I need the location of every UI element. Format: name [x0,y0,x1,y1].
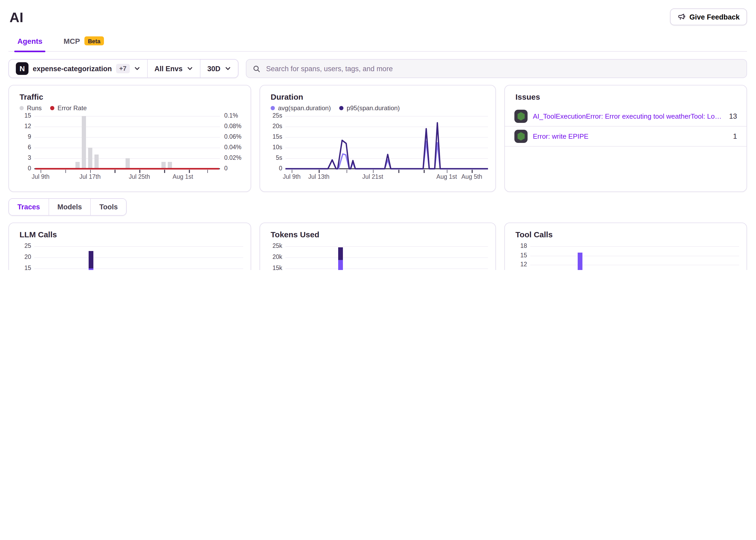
duration-chart: 05s10s15s20s25sJul 9thJul 13thJul 21stAu… [260,113,495,183]
issue-link[interactable]: AI_ToolExecutionError: Error executing t… [533,112,724,120]
issue-row: Error: write EPIPE1 [505,127,746,147]
p95-legend-label: p95(span.duration) [347,104,400,112]
y-axis-label: 3 [10,155,31,161]
gridline [285,246,488,247]
tokens-used-chart: 05k10k15k20k25kJul 9thJul 13thJul 21stAu… [260,243,495,270]
top-tab-bar: Agents MCP Beta [8,33,747,52]
y-axis-label: 25s [261,112,282,119]
give-feedback-button[interactable]: Give Feedback [670,8,747,25]
runs-legend-dot [20,106,24,110]
gridline [530,255,739,256]
y-axis-label: 15 [10,112,31,119]
chart-bar [338,247,343,260]
tool-calls-plot [530,246,739,270]
tab-tools[interactable]: Tools [90,199,126,215]
issue-link[interactable]: Error: write EPIPE [533,132,728,140]
runs-legend-label: Runs [27,104,42,112]
tool-calls-title: Tool Calls [516,230,746,239]
tab-agents-label: Agents [17,37,43,45]
y-axis-label: 20s [261,123,282,129]
y-axis-right-label: 0.1% [224,112,250,119]
y-axis-label: 12 [506,261,527,268]
duration-card: Duration avg(span.duration) p95(span.dur… [259,85,496,192]
issue-count: 1 [733,132,737,140]
page-title: AI [10,10,24,26]
issues-list: AI_ToolExecutionError: Error executing t… [505,106,746,147]
tab-models[interactable]: Models [49,199,90,215]
tab-mcp[interactable]: MCP Beta [63,33,105,51]
x-axis-tick [189,170,190,173]
traffic-chart: 0369121500.02%0.04%0.06%0.08%0.1%Jul 9th… [9,113,250,183]
chevron-down-icon [225,66,231,72]
date-range-value: 30D [207,65,221,72]
project-extra-count: +7 [116,64,129,73]
project-selector[interactable]: N expense-categorization +7 [9,60,147,77]
traffic-legend: Runs Error Rate [20,104,250,112]
x-axis-tick [90,170,91,173]
y-axis-label: 25k [261,243,282,249]
tokens-used-plot [285,246,488,270]
x-axis-label: Jul 9th [283,174,301,180]
megaphone-icon [677,13,685,21]
chevron-down-icon [187,66,193,72]
y-axis-label: 15s [261,133,282,140]
x-axis-label: Jul 13th [308,174,330,180]
x-axis-label: Aug 5th [461,174,482,180]
x-axis-label: Aug 1st [436,174,457,180]
issue-count: 13 [729,112,737,120]
x-axis-label: Jul 21st [362,174,383,180]
x-axis-label: Aug 1st [173,174,193,180]
issues-title: Issues [516,92,746,101]
y-axis-label: 10s [261,144,282,150]
tab-traces[interactable]: Traces [9,199,49,215]
nodejs-icon [515,110,528,123]
traffic-title: Traffic [20,92,250,101]
search-input[interactable] [265,64,740,73]
tab-mcp-label: MCP [64,37,80,45]
chart-bar [88,251,93,269]
y-axis-label: 0 [261,165,282,171]
nodejs-icon [515,130,528,143]
duration-plot [285,116,488,169]
x-axis-tick [207,170,208,173]
tool-calls-chart: 0369121518Jul 9thJul 13thJul 21stAug 1st… [505,243,746,270]
give-feedback-label: Give Feedback [689,13,740,21]
search-icon [253,65,260,72]
x-axis-tick [66,170,66,173]
issues-card: Issues AI_ToolExecutionError: Error exec… [504,85,747,192]
y-axis-label: 5s [261,155,282,161]
filter-bar: N expense-categorization +7 All Envs 30D [8,59,747,78]
issue-row: AI_ToolExecutionError: Error executing t… [505,106,746,127]
tab-agents[interactable]: Agents [16,34,44,51]
y-axis-label: 20 [10,254,31,260]
llm-calls-plot [34,246,243,270]
traffic-card: Traffic Runs Error Rate 0369121500.02%0.… [8,85,251,192]
traffic-plot [34,116,220,169]
metric-cards: LLM Calls 0510152025Jul 9thJul 13thJul 2… [8,222,747,270]
llm-calls-title: LLM Calls [20,230,250,239]
project-name: expense-categorization [33,65,112,72]
x-axis-label: Jul 9th [32,174,50,180]
error-rate-legend-label: Error Rate [58,104,87,112]
p95-legend-dot [339,106,344,110]
y-axis-label: 15 [506,252,527,258]
date-range-selector[interactable]: 30D [200,60,238,77]
x-axis-tick [424,170,425,173]
x-axis-tick [398,170,399,173]
x-axis-tick [347,170,348,173]
llm-calls-chart: 0510152025Jul 9thJul 13thJul 21stAug 1st… [9,243,250,270]
gridline [285,257,488,258]
error-rate-legend-dot [50,106,54,110]
duration-legend: avg(span.duration) p95(span.duration) [271,104,495,112]
filter-group: N expense-categorization +7 All Envs 30D [8,59,238,78]
tokens-used-title: Tokens Used [271,230,495,239]
search-bar[interactable] [246,59,747,78]
environment-selector[interactable]: All Envs [147,60,200,77]
y-axis-right-label: 0.06% [224,133,250,140]
x-axis-tick [447,170,447,173]
chart-bar [577,253,582,270]
gridline [285,269,488,269]
chevron-down-icon [134,66,140,72]
node-hexagon [517,112,525,120]
chart-lines [34,116,220,169]
